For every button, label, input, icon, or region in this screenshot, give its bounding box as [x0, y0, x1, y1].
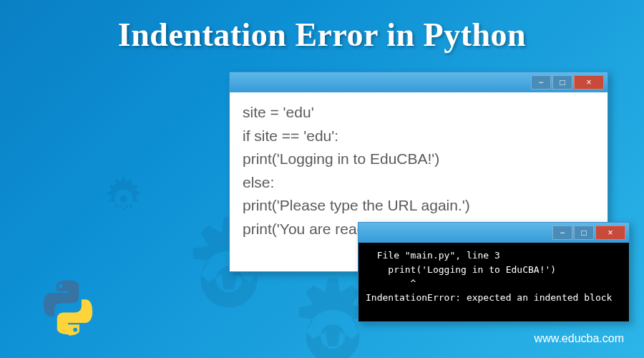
code-line: if site == 'edu':: [243, 125, 595, 148]
console-line: ^: [366, 278, 416, 289]
close-button[interactable]: ×: [595, 226, 625, 240]
minimize-button[interactable]: −: [531, 75, 551, 90]
gear-icon: [97, 172, 150, 226]
close-button[interactable]: ×: [574, 75, 604, 90]
code-line: site = 'edu': [243, 101, 595, 125]
console-body: File "main.py", line 3 print('Logging in…: [358, 243, 629, 321]
minimize-button[interactable]: −: [552, 226, 572, 240]
window-titlebar: − □ ×: [358, 223, 629, 243]
maximize-button[interactable]: □: [574, 226, 594, 240]
maximize-button[interactable]: □: [552, 75, 572, 90]
footer-url: www.educba.com: [535, 332, 624, 345]
page-title: Indentation Error in Python: [0, 16, 644, 54]
console-line: IndentationError: expected an indented b…: [366, 292, 612, 303]
console-line: File "main.py", line 3: [366, 250, 500, 261]
console-window: − □ × File "main.py", line 3 print('Logg…: [358, 222, 630, 322]
code-line: print('Logging in to EduCBA!'): [243, 147, 595, 171]
window-titlebar: − □ ×: [230, 72, 608, 92]
code-line: else:: [243, 171, 595, 195]
console-line: print('Logging in to EduCBA!'): [366, 264, 556, 275]
python-logo-icon: [39, 279, 97, 337]
code-line: print('Please type the URL again.'): [243, 194, 595, 218]
